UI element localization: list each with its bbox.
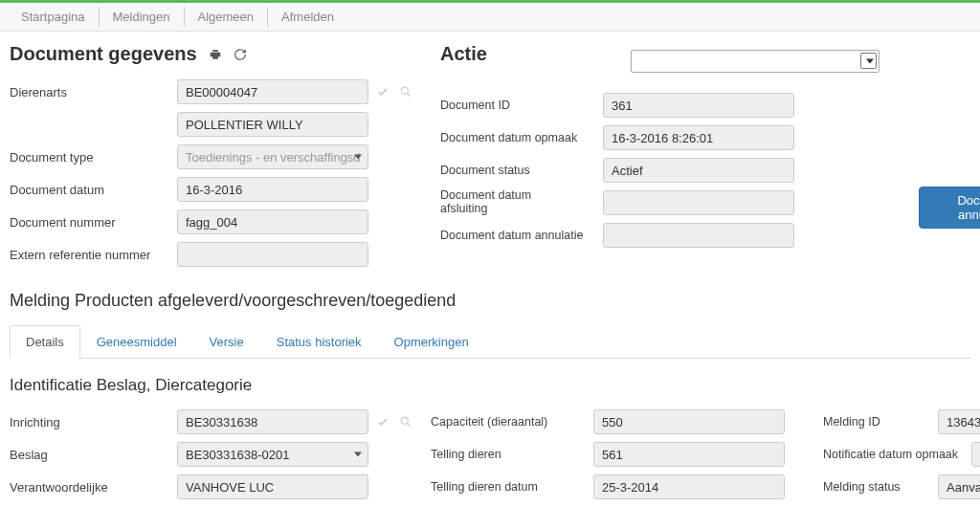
- label-datum-opmaak: Document datum opmaak: [440, 131, 603, 144]
- label-document-id: Document ID: [440, 99, 603, 112]
- label-doc-status: Document status: [440, 164, 603, 177]
- heading-text: Document gegevens: [10, 43, 197, 65]
- label-extern-ref: Extern referentie nummer: [10, 248, 177, 262]
- label-verantwoordelijke: Verantwoordelijke: [10, 480, 177, 495]
- heading-melding-producten: Melding Producten afgeleverd/voorgeschre…: [10, 291, 970, 311]
- label-notif-datum: Notificatie datum opmaak: [823, 448, 971, 461]
- input-document-datum[interactable]: [177, 177, 368, 202]
- label-melding-id: Melding ID: [823, 415, 938, 429]
- label-dierenarts: Dierenarts: [10, 85, 177, 99]
- tab-versie[interactable]: Versie: [193, 325, 260, 359]
- svg-point-1: [401, 417, 408, 424]
- heading-document-gegevens: Document gegevens: [10, 43, 421, 65]
- select-beslag[interactable]: [177, 442, 368, 467]
- svg-point-0: [401, 87, 408, 94]
- select-document-type: [177, 144, 368, 169]
- input-datum-afsluiting[interactable]: [603, 190, 794, 215]
- tab-opmerkingen[interactable]: Opmerkingen: [378, 325, 485, 359]
- label-telling: Telling dieren: [431, 448, 593, 461]
- heading-actie: Actie: [440, 43, 487, 65]
- input-notif-datum[interactable]: [971, 442, 980, 467]
- label-document-type: Document type: [10, 150, 177, 165]
- tab-status-historiek[interactable]: Status historiek: [260, 325, 378, 359]
- search-icon[interactable]: [397, 83, 414, 100]
- label-datum-afsluiting: Document datum afsluiting: [440, 189, 603, 216]
- check-icon[interactable]: [374, 83, 391, 100]
- label-document-datum: Document datum: [10, 183, 177, 197]
- check-icon-2[interactable]: [374, 413, 391, 430]
- label-melding-status: Melding status: [823, 480, 938, 494]
- input-document-id[interactable]: [603, 93, 794, 118]
- input-datum-annulatie[interactable]: [603, 223, 794, 248]
- top-nav: Startpagina Meldingen Algemeen Afmelden: [0, 0, 980, 32]
- refresh-icon[interactable]: [232, 46, 249, 63]
- nav-algemeen[interactable]: Algemeen: [185, 7, 269, 27]
- annuleren-button[interactable]: Document annuleren: [919, 187, 980, 229]
- tab-geneesmiddel[interactable]: Geneesmiddel: [80, 325, 193, 359]
- input-telling[interactable]: [593, 442, 785, 467]
- input-doc-status[interactable]: [603, 158, 794, 183]
- label-inrichting: Inrichting: [10, 415, 177, 429]
- select-actie[interactable]: [631, 50, 880, 73]
- input-extern-ref[interactable]: [177, 242, 368, 267]
- input-inrichting[interactable]: [177, 409, 368, 434]
- input-melding-status[interactable]: [938, 474, 980, 499]
- label-document-nummer: Document nummer: [10, 215, 177, 230]
- input-telling-datum[interactable]: [593, 474, 785, 499]
- input-dierenarts-name[interactable]: [177, 112, 368, 137]
- input-document-nummer[interactable]: [177, 209, 368, 234]
- input-capaciteit[interactable]: [593, 409, 785, 434]
- label-beslag: Beslag: [10, 448, 177, 462]
- nav-meldingen[interactable]: Meldingen: [100, 7, 185, 27]
- print-icon[interactable]: [207, 46, 224, 63]
- label-telling-datum: Telling dieren datum: [431, 480, 593, 494]
- input-melding-id[interactable]: [938, 409, 980, 434]
- input-dierenarts-code[interactable]: [177, 79, 368, 104]
- nav-afmelden[interactable]: Afmelden: [268, 7, 347, 27]
- input-verantwoordelijke[interactable]: [177, 474, 368, 499]
- heading-identificatie: Identificatie Beslag, Diercategorie: [10, 376, 970, 395]
- tab-details[interactable]: Details: [10, 325, 80, 359]
- nav-startpagina[interactable]: Startpagina: [8, 7, 100, 27]
- search-icon-2[interactable]: [397, 413, 414, 430]
- input-datum-opmaak[interactable]: [603, 125, 794, 150]
- tabs: Details Geneesmiddel Versie Status histo…: [10, 324, 970, 359]
- label-datum-annulatie: Document datum annulatie: [440, 229, 603, 242]
- label-capaciteit: Capaciteit (dieraantal): [431, 415, 593, 429]
